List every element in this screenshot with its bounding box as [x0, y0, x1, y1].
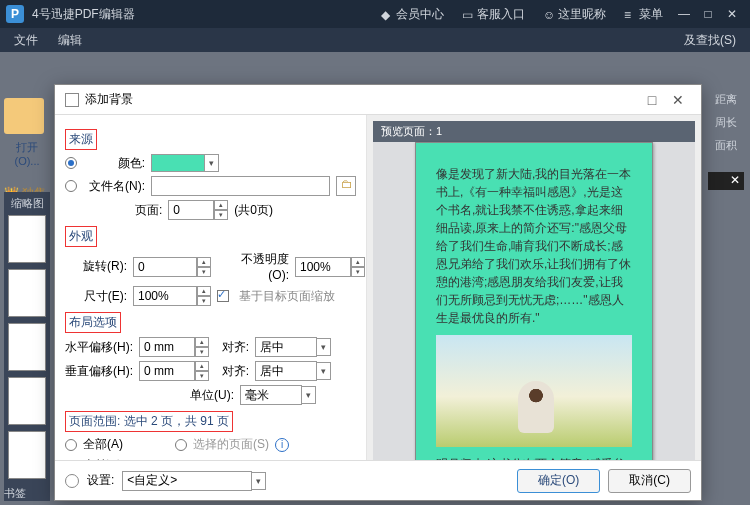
unit-select[interactable] — [240, 385, 302, 405]
close-button[interactable]: ✕ — [720, 7, 744, 21]
label-valign: 对齐: — [215, 363, 249, 380]
chat-icon: ▭ — [462, 8, 474, 20]
preview-image — [436, 335, 632, 447]
spinner[interactable]: ▴▾ — [195, 361, 209, 381]
section-layout: 布局选项 — [65, 312, 121, 333]
tool-perimeter[interactable]: 周长 — [706, 115, 746, 130]
label-voffset: 垂直偏移(H): — [65, 363, 133, 380]
filename-input[interactable] — [151, 176, 330, 196]
size-input[interactable] — [133, 286, 197, 306]
spinner[interactable]: ▴▾ — [214, 200, 228, 220]
tool-area[interactable]: 面积 — [706, 138, 746, 153]
radio-selected[interactable] — [175, 439, 187, 451]
valign-select[interactable] — [255, 361, 317, 381]
support-button[interactable]: ▭客服入口 — [453, 6, 534, 23]
color-picker[interactable]: ▾ — [151, 154, 219, 172]
settings-select[interactable]: ▾ — [122, 471, 266, 491]
open-label[interactable]: 打开(O)... — [4, 140, 50, 167]
dialog-close-button[interactable]: ✕ — [665, 92, 691, 108]
dialog-title: 添加背景 — [85, 91, 133, 108]
menu-file[interactable]: 文件 — [4, 32, 48, 49]
form-panel: 来源 颜色: ▾ 文件名(N): 🗀 页面: ▴▾ (共0页) 外 — [55, 115, 367, 460]
opacity-input[interactable] — [295, 257, 351, 277]
scale-checkbox[interactable] — [217, 290, 229, 302]
maximize-button[interactable]: □ — [696, 7, 720, 21]
radio-color[interactable] — [65, 157, 77, 169]
label-rotate: 旋转(R): — [65, 258, 127, 275]
ok-button[interactable]: 确定(O) — [517, 469, 600, 493]
label-filename: 文件名(N): — [83, 178, 145, 195]
spinner[interactable]: ▴▾ — [197, 286, 211, 306]
section-range: 页面范围: 选中 2 页，共 91 页 — [65, 411, 233, 432]
chevron-down-icon: ▾ — [205, 154, 219, 172]
thumbnail[interactable] — [8, 215, 46, 263]
section-source: 来源 — [65, 129, 97, 150]
bookmark-tab[interactable]: 书签 — [4, 486, 26, 501]
radio-all[interactable] — [65, 439, 77, 451]
hoffset-input[interactable] — [139, 337, 195, 357]
label-halign: 对齐: — [215, 339, 249, 356]
preview-header: 预览页面：1 — [373, 121, 695, 142]
thumbnail[interactable] — [8, 269, 46, 317]
label-selected: 选择的页面(S) — [193, 436, 269, 453]
gear-icon[interactable] — [65, 474, 79, 488]
dialog-icon — [65, 93, 79, 107]
diamond-icon: ◆ — [381, 8, 393, 20]
minimize-button[interactable]: — — [672, 7, 696, 21]
dialog-footer: 设置: ▾ 确定(O) 取消(C) — [55, 460, 701, 500]
halign-select[interactable] — [255, 337, 317, 357]
cancel-button[interactable]: 取消(C) — [608, 469, 691, 493]
label-settings: 设置: — [87, 472, 114, 489]
preview-panel: 预览页面：1 像是发现了新大陆,我的目光落在一本书上,《有一种幸福叫感恩》,光是… — [367, 115, 701, 460]
spinner[interactable]: ▴▾ — [351, 257, 365, 277]
label-color: 颜色: — [83, 155, 145, 172]
rotate-input[interactable] — [133, 257, 197, 277]
member-center-button[interactable]: ◆会员中心 — [372, 6, 453, 23]
chevron-down-icon: ▾ — [317, 338, 331, 356]
tool-distance[interactable]: 距离 — [706, 92, 746, 107]
page-input[interactable] — [168, 200, 214, 220]
section-appearance: 外观 — [65, 226, 97, 247]
browse-button[interactable]: 🗀 — [336, 176, 356, 196]
label-hoffset: 水平偏移(H): — [65, 339, 133, 356]
app-titlebar: P 4号迅捷PDF编辑器 ◆会员中心 ▭客服入口 ☺这里昵称 ≡菜单 — □ ✕ — [0, 0, 750, 28]
folder-icon[interactable] — [4, 98, 44, 134]
preview-body: 像是发现了新大陆,我的目光落在一本书上,《有一种幸福叫感恩》,光是这个书名,就让… — [373, 142, 695, 460]
pages-total: (共0页) — [234, 202, 273, 219]
chevron-down-icon: ▾ — [317, 362, 331, 380]
panel-close[interactable]: ✕ — [708, 172, 744, 190]
label-all: 全部(A) — [83, 436, 123, 453]
user-icon: ☺ — [543, 8, 555, 20]
label-opacity: 不透明度(O): — [227, 251, 289, 282]
chevron-down-icon: ▾ — [302, 386, 316, 404]
app-logo: P — [6, 5, 24, 23]
info-icon[interactable]: i — [275, 438, 289, 452]
thumbnail[interactable] — [8, 377, 46, 425]
add-background-dialog: 添加背景 □ ✕ 来源 颜色: ▾ 文件名(N): 🗀 — [54, 84, 702, 501]
chevron-down-icon: ▾ — [252, 472, 266, 490]
thumbnail[interactable] — [8, 431, 46, 479]
spinner[interactable]: ▴▾ — [195, 337, 209, 357]
app-title: 4号迅捷PDF编辑器 — [32, 6, 372, 23]
menu-button[interactable]: ≡菜单 — [615, 6, 672, 23]
menubar: 文件 编辑 及查找(S) — [0, 28, 750, 52]
preview-text-1: 像是发现了新大陆,我的目光落在一本书上,《有一种幸福叫感恩》,光是这个书名,就让… — [436, 165, 632, 327]
thumbnail-header: 缩略图 — [8, 196, 46, 211]
label-unit: 单位(U): — [190, 387, 234, 404]
voffset-input[interactable] — [139, 361, 195, 381]
thumbnail[interactable] — [8, 323, 46, 371]
label-size: 尺寸(E): — [65, 288, 127, 305]
color-swatch — [151, 154, 205, 172]
right-tools: 距离 周长 面积 — [706, 84, 746, 161]
nickname-button[interactable]: ☺这里昵称 — [534, 6, 615, 23]
menu-edit[interactable]: 编辑 — [48, 32, 92, 49]
thumbnail-panel: 缩略图 — [4, 192, 50, 501]
hamburger-icon: ≡ — [624, 8, 636, 20]
radio-filename[interactable] — [65, 180, 77, 192]
dialog-maximize-button[interactable]: □ — [639, 92, 665, 108]
preview-page: 像是发现了新大陆,我的目光落在一本书上,《有一种幸福叫感恩》,光是这个书名,就让… — [415, 142, 653, 460]
scale-note: 基于目标页面缩放 — [239, 288, 335, 305]
workspace: 打开(O)... 👑 独售 4号 缩略图 书签 距离 周长 面积 ✕ 添加背景 … — [0, 52, 750, 505]
spinner[interactable]: ▴▾ — [197, 257, 211, 277]
menu-find[interactable]: 及查找(S) — [674, 32, 746, 49]
